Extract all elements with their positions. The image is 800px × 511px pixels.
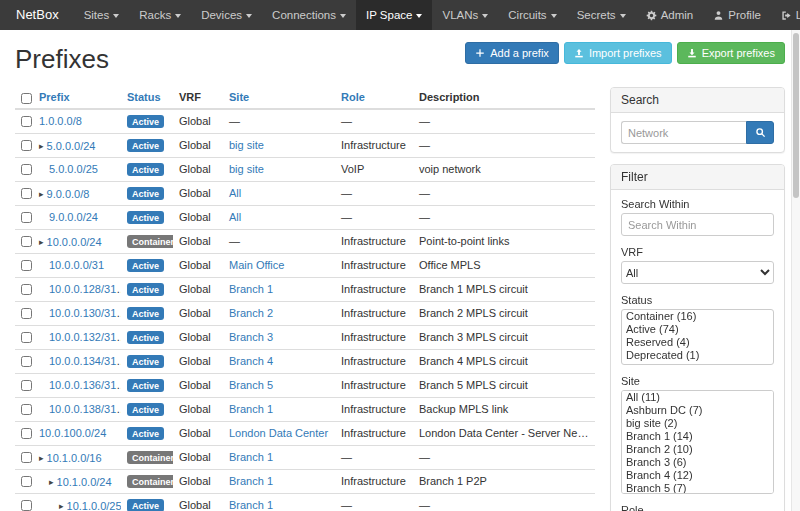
row-checkbox[interactable] (21, 188, 32, 199)
row-checkbox[interactable] (21, 284, 32, 295)
prefix-link[interactable]: 10.0.0.138/31 (49, 403, 116, 415)
prefix-link[interactable]: 9.0.0.0/8 (47, 188, 90, 200)
row-checkbox[interactable] (21, 356, 32, 367)
page-scrollbar[interactable] (791, 30, 800, 511)
import-prefixes-button[interactable]: Import prefixes (564, 42, 672, 64)
prefix-link[interactable]: 5.0.0.0/24 (47, 140, 96, 152)
row-select-cell (15, 157, 33, 181)
site-link[interactable]: Branch 1 (229, 475, 273, 487)
column-header-status[interactable]: Status (121, 87, 173, 109)
row-checkbox[interactable] (21, 428, 32, 439)
row-checkbox[interactable] (21, 404, 32, 415)
prefix-link[interactable]: 10.0.0.134/31 (49, 355, 116, 367)
row-checkbox[interactable] (21, 116, 32, 127)
site-link[interactable]: Branch 2 (229, 307, 273, 319)
site-link[interactable]: Branch 1 (229, 403, 273, 415)
add-a-prefix-button[interactable]: Add a prefix (465, 42, 559, 64)
table-row: 10.0.100.0/24ActiveGlobalLondon Data Cen… (15, 421, 595, 445)
nav-item-vlans[interactable]: VLANs (432, 0, 498, 30)
app-brand[interactable]: NetBox (0, 0, 74, 30)
prefix-cell-content: 10.0.0.128/31 (39, 283, 116, 295)
site-link[interactable]: Branch 3 (229, 331, 273, 343)
filter-option[interactable]: Branch 1 (14) (622, 430, 773, 443)
site-filter[interactable]: All (11)Ashburn DC (7)big site (2)Branch… (621, 390, 774, 494)
row-checkbox[interactable] (21, 140, 32, 151)
filter-option[interactable]: Active (74) (622, 323, 773, 336)
site-link[interactable]: Branch 1 (229, 499, 273, 511)
prefix-link[interactable]: 10.0.0.136/31 (49, 379, 116, 391)
row-checkbox[interactable] (21, 332, 32, 343)
prefix-link[interactable]: 10.1.0.0/24 (57, 476, 112, 488)
nav-item-racks[interactable]: Racks (129, 0, 191, 30)
search-button[interactable] (746, 121, 774, 144)
nav-item-log-out[interactable]: Log out (771, 0, 800, 30)
status-cell: Active (121, 133, 173, 157)
prefix-link[interactable]: 10.0.0.130/31 (49, 307, 116, 319)
site-cell: Branch 1 (223, 277, 335, 301)
site-link[interactable]: All (229, 211, 241, 223)
status-badge: Active (127, 163, 164, 176)
site-link[interactable]: All (229, 187, 241, 199)
nav-item-devices[interactable]: Devices (191, 0, 262, 30)
prefix-link[interactable]: 10.0.0.132/31 (49, 331, 116, 343)
prefix-link[interactable]: 10.1.0.0/16 (47, 452, 102, 464)
filter-option[interactable]: Branch 2 (10) (622, 443, 773, 456)
filter-option[interactable]: All (11) (622, 391, 773, 404)
site-link[interactable]: Branch 1 (229, 283, 273, 295)
prefix-link[interactable]: 10.0.0.0/31 (49, 259, 104, 271)
prefix-link[interactable]: 5.0.0.0/25 (49, 163, 98, 175)
nav-item-ip-space[interactable]: IP Space (356, 0, 432, 30)
filter-option[interactable]: Ashburn DC (7) (622, 404, 773, 417)
vrf-filter[interactable]: All (621, 261, 774, 284)
site-link[interactable]: Branch 5 (229, 379, 273, 391)
page-scrollbar-thumb[interactable] (793, 33, 799, 198)
site-cell: Branch 1 (223, 469, 335, 493)
column-header-site[interactable]: Site (223, 87, 335, 109)
filter-option[interactable]: Branch 5 (7) (622, 482, 773, 494)
nav-item-sites[interactable]: Sites (74, 0, 130, 30)
filter-option[interactable]: Reserved (4) (622, 336, 773, 349)
filter-option[interactable]: Container (16) (622, 310, 773, 323)
prefix-link[interactable]: 10.0.0.0/24 (47, 236, 102, 248)
search-within-filter[interactable] (621, 213, 774, 236)
site-link[interactable]: London Data Center (229, 427, 328, 439)
nav-item-profile[interactable]: Profile (703, 0, 771, 30)
nav-item-circuits[interactable]: Circuits (498, 0, 566, 30)
prefix-link[interactable]: 9.0.0.0/24 (49, 211, 98, 223)
filter-option[interactable]: Branch 3 (6) (622, 456, 773, 469)
row-checkbox[interactable] (21, 308, 32, 319)
row-checkbox[interactable] (21, 380, 32, 391)
filter-option[interactable]: big site (2) (622, 417, 773, 430)
select-all-checkbox[interactable] (21, 93, 32, 104)
nav-item-connections[interactable]: Connections (262, 0, 356, 30)
search-input[interactable] (621, 121, 746, 144)
row-checkbox[interactable] (21, 452, 32, 463)
row-checkbox[interactable] (21, 500, 32, 511)
nav-item-secrets[interactable]: Secrets (567, 0, 636, 30)
row-checkbox[interactable] (21, 236, 32, 247)
row-checkbox[interactable] (21, 212, 32, 223)
prefix-link[interactable]: 10.0.100.0/24 (39, 427, 106, 439)
prefix-link[interactable]: 10.1.0.0/25 (67, 500, 121, 511)
export-prefixes-button[interactable]: Export prefixes (677, 42, 785, 64)
column-header-prefix[interactable]: Prefix (33, 87, 121, 109)
row-checkbox[interactable] (21, 164, 32, 175)
status-filter[interactable]: Container (16)Active (74)Reserved (4)Dep… (621, 309, 774, 365)
table-row: 9.0.0.0/24ActiveGlobalAll—— (15, 205, 595, 229)
row-checkbox[interactable] (21, 260, 32, 271)
column-header-role[interactable]: Role (335, 87, 413, 109)
site-link[interactable]: Branch 4 (229, 355, 273, 367)
row-checkbox[interactable] (21, 476, 32, 487)
site-cell: big site (223, 133, 335, 157)
filter-option[interactable]: Branch 4 (12) (622, 469, 773, 482)
vrf-cell: Global (173, 373, 223, 397)
nav-item-admin[interactable]: Admin (636, 0, 704, 30)
site-link[interactable]: big site (229, 163, 264, 175)
filter-label-search-within: Search Within (621, 198, 774, 210)
prefix-link[interactable]: 1.0.0.0/8 (39, 115, 82, 127)
prefix-link[interactable]: 10.0.0.128/31 (49, 283, 116, 295)
site-link[interactable]: big site (229, 139, 264, 151)
site-link[interactable]: Main Office (229, 259, 284, 271)
filter-option[interactable]: Deprecated (1) (622, 349, 773, 362)
site-link[interactable]: Branch 1 (229, 451, 273, 463)
